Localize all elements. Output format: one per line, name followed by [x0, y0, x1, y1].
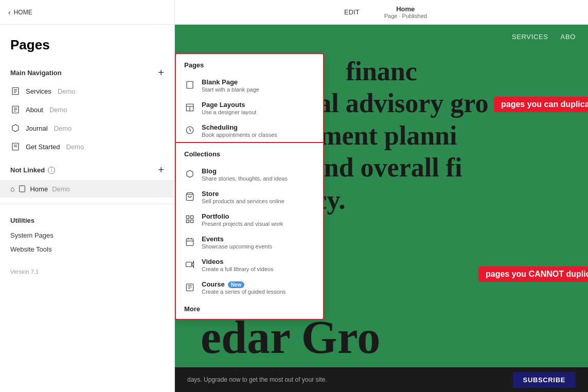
page-icon: [10, 104, 21, 115]
blog-text: Blog Share stories, thoughts, and ideas: [202, 167, 288, 182]
not-linked-label: Not Linked: [10, 166, 45, 174]
cannot-duplicate-annotation: pages you CANNOT duplicate: [478, 266, 588, 282]
portfolio-title: Portfolio: [202, 212, 283, 220]
version-label: Version 7.1: [0, 264, 174, 279]
blank-page-icon: [184, 79, 195, 91]
svg-rect-28: [186, 284, 193, 291]
svg-rect-22: [186, 239, 193, 246]
top-bar-center: EDIT Home Page · Published: [175, 5, 588, 19]
preview-nav-abo: ABO: [561, 33, 576, 41]
events-icon: [184, 236, 195, 247]
journal-demo: Demo: [54, 124, 72, 132]
top-bar: ‹ HOME EDIT Home Page · Published: [0, 0, 588, 25]
sidebar-header: Pages: [0, 25, 174, 59]
portfolio-desc: Present projects and visual work: [202, 221, 283, 227]
back-label: HOME: [14, 9, 32, 16]
svg-rect-20: [186, 220, 189, 223]
videos-desc: Create a full library of videos: [202, 266, 273, 272]
dropdown-item-videos[interactable]: Videos Create a full library of videos: [176, 254, 323, 276]
videos-text: Videos Create a full library of videos: [202, 258, 273, 272]
dropdown-collections-section: Collections Blog Share stories, thoughts…: [176, 143, 323, 299]
dropdown-pages-section: Pages Blank Page Start with a blank page: [176, 54, 323, 143]
svg-rect-26: [186, 262, 192, 267]
content-inner: SERVICES ABO tfor bl financ e a financia…: [175, 25, 588, 392]
svg-rect-12: [187, 81, 193, 88]
journal-icon: [10, 123, 21, 133]
get-started-demo: Demo: [66, 143, 84, 151]
blank-page-desc: Start with a blank page: [202, 86, 259, 93]
back-chevron-icon: ‹: [8, 8, 11, 16]
events-text: Events Showcase upcoming events: [202, 235, 272, 250]
add-nav-item-button[interactable]: +: [158, 67, 164, 78]
home-label: Home: [30, 185, 48, 193]
subscribe-button[interactable]: SUBSCRIBE: [513, 372, 576, 388]
home-house-icon: ⌂: [10, 185, 14, 193]
dropdown-panel: Pages Blank Page Start with a blank page: [175, 53, 324, 320]
get-started-label: Get Started: [26, 143, 60, 151]
scheduling-text: Scheduling Book appointments or classes: [202, 123, 277, 138]
page-layouts-icon: [184, 102, 195, 113]
dropdown-item-scheduling[interactable]: Scheduling Book appointments or classes: [176, 119, 323, 142]
home-page-icon: [17, 184, 27, 193]
bottom-bar: days. Upgrade now to get the most out of…: [175, 367, 588, 392]
blog-icon: [184, 168, 195, 180]
dropdown-item-blog[interactable]: Blog Share stories, thoughts, and ideas: [176, 163, 323, 186]
dropdown-collections-title: Collections: [176, 143, 323, 163]
page-layouts-text: Page Layouts Use a designer layout: [202, 101, 256, 115]
course-title: CourseNew: [202, 280, 286, 288]
sidebar-item-services[interactable]: Services Demo: [0, 82, 174, 100]
dropdown-item-page-layouts[interactable]: Page Layouts Use a designer layout: [176, 97, 323, 119]
system-pages-link[interactable]: System Pages: [0, 228, 174, 242]
svg-marker-27: [192, 261, 194, 268]
videos-title: Videos: [202, 258, 273, 265]
videos-icon: [184, 259, 195, 270]
new-badge: New: [228, 281, 245, 288]
portfolio-text: Portfolio Present projects and visual wo…: [202, 212, 283, 227]
about-label: About: [26, 106, 43, 114]
store-title: Store: [202, 190, 284, 198]
blank-page-title: Blank Page: [202, 78, 259, 86]
course-icon: [184, 281, 195, 293]
events-desc: Showcase upcoming events: [202, 243, 272, 250]
dropdown-item-portfolio[interactable]: Portfolio Present projects and visual wo…: [176, 208, 323, 231]
dropdown-item-store[interactable]: Store Sell products and services online: [176, 186, 323, 208]
scheduling-icon: [184, 124, 195, 136]
main-nav-section: Main Navigation +: [0, 59, 174, 82]
dropdown-item-events[interactable]: Events Showcase upcoming events: [176, 231, 323, 254]
dropdown-pages-title: Pages: [176, 54, 323, 74]
preview-nav: SERVICES ABO: [500, 25, 588, 49]
utilities-section: Utilities System Pages Website Tools: [0, 210, 174, 264]
sidebar-item-journal[interactable]: Journal Demo: [0, 119, 174, 137]
top-bar-left: ‹ HOME: [0, 0, 175, 24]
blank-page-text: Blank Page Start with a blank page: [202, 78, 259, 93]
dropdown-item-course[interactable]: CourseNew Create a series of guided less…: [176, 276, 323, 299]
edit-button[interactable]: EDIT: [336, 5, 368, 19]
preview-nav-services: SERVICES: [512, 33, 548, 41]
page-icon: [10, 141, 21, 152]
main-nav-label: Main Navigation: [10, 69, 62, 77]
website-tools-link[interactable]: Website Tools: [0, 242, 174, 256]
blog-title: Blog: [202, 167, 288, 175]
add-not-linked-button[interactable]: +: [158, 164, 164, 176]
dropdown-more[interactable]: More: [176, 299, 323, 319]
main-layout: Pages Main Navigation + Services Demo Ab…: [0, 25, 588, 392]
sidebar-item-about[interactable]: About Demo: [0, 100, 174, 119]
sidebar: Pages Main Navigation + Services Demo Ab…: [0, 25, 175, 392]
can-duplicate-annotation: pages you can duplicate: [494, 97, 588, 112]
back-button[interactable]: ‹ HOME: [8, 8, 32, 16]
dropdown-item-blank-page[interactable]: Blank Page Start with a blank page: [176, 74, 323, 97]
svg-rect-11: [20, 186, 25, 192]
svg-rect-21: [191, 220, 193, 223]
course-desc: Create a series of guided lessons: [202, 289, 286, 295]
sidebar-item-home[interactable]: ⌂ Home Demo: [0, 180, 174, 198]
blog-desc: Share stories, thoughts, and ideas: [202, 175, 288, 182]
services-label: Services: [26, 87, 51, 95]
sidebar-item-get-started[interactable]: Get Started Demo: [0, 137, 174, 156]
scheduling-desc: Book appointments or classes: [202, 132, 277, 138]
events-title: Events: [202, 235, 272, 243]
content-area: SERVICES ABO tfor bl financ e a financia…: [175, 25, 588, 392]
about-demo: Demo: [49, 106, 67, 114]
info-icon[interactable]: i: [48, 167, 55, 174]
portfolio-icon: [184, 213, 195, 225]
scheduling-title: Scheduling: [202, 123, 277, 131]
